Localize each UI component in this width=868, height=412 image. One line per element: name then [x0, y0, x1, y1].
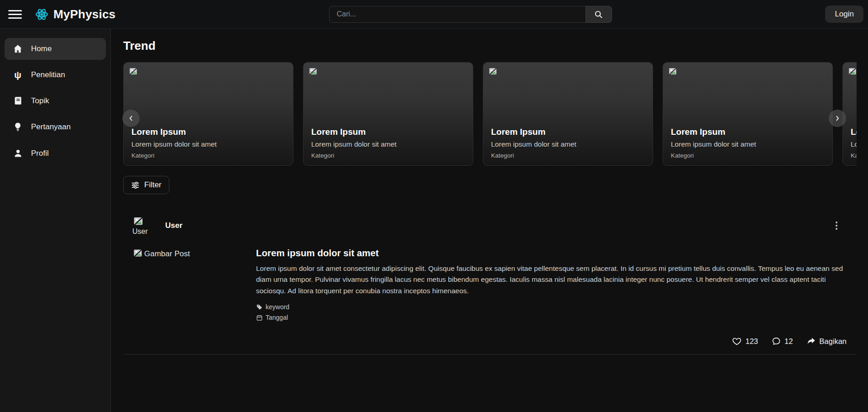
login-button[interactable]: Login: [825, 5, 863, 23]
share-button[interactable]: Bagikan: [806, 337, 847, 346]
calendar-icon: [256, 314, 263, 321]
lightbulb-icon: [12, 122, 24, 132]
sidebar-item-home[interactable]: Home: [5, 38, 106, 60]
share-icon: [806, 337, 816, 345]
avatar[interactable]: User: [132, 215, 156, 236]
date-label: Tanggal: [266, 314, 288, 321]
sliders-icon: [131, 181, 140, 190]
post-keyword[interactable]: keyword: [256, 303, 847, 311]
card-category: Kategori: [131, 152, 285, 159]
keyword-label: keyword: [266, 303, 289, 311]
search-button[interactable]: [586, 6, 612, 23]
post: User User Gambar Post Lorem ipsum dolor …: [123, 215, 857, 354]
card-title: Lorem Ipsum: [131, 127, 285, 137]
card-subtitle: Lorem ipsum dolor sit amet: [131, 140, 285, 148]
broken-image-icon: [132, 248, 143, 259]
atom-logo-icon: [35, 7, 49, 21]
card-title: Lorem Ipsum: [671, 127, 825, 137]
broken-image-icon: [668, 66, 678, 78]
post-header: User User: [132, 215, 857, 236]
trend-card[interactable]: Lorem Ipsum Lorem ipsum dolor sit amet K…: [303, 62, 473, 166]
brand[interactable]: MyPhysics: [35, 7, 115, 21]
share-label: Bagikan: [819, 337, 847, 346]
comment-button[interactable]: 12: [772, 337, 793, 346]
broken-image-icon: [132, 215, 156, 227]
broken-image-icon: [847, 66, 857, 78]
sidebar-item-label: Topik: [31, 96, 49, 106]
search-form: [329, 6, 612, 23]
comment-icon: [772, 337, 781, 346]
card-subtitle: Lorem ipsum dolor sit amet: [851, 140, 857, 148]
carousel-prev-button[interactable]: [122, 110, 140, 127]
trend-card[interactable]: Lorem Ipsum Lorem ipsum dolor sit amet K…: [123, 62, 293, 166]
sidebar-item-label: Penelitian: [31, 70, 65, 79]
like-button[interactable]: 123: [732, 337, 758, 346]
post-date: Tanggal: [256, 314, 847, 321]
post-body: Lorem ipsum dolor sit amet consectetur a…: [256, 263, 847, 296]
carousel-next-button[interactable]: [829, 110, 846, 127]
like-count: 123: [745, 337, 758, 346]
sidebar-item-label: Home: [31, 44, 52, 53]
kebab-menu-icon[interactable]: [834, 220, 839, 232]
tag-icon: [256, 304, 263, 311]
trend-card[interactable]: Lorem Ipsum Lorem ipsum dolor sit amet K…: [483, 62, 653, 166]
brand-name: MyPhysics: [53, 7, 115, 21]
card-title: Lorem Ipsum: [491, 127, 645, 137]
post-title: Lorem ipsum dolor sit amet: [256, 248, 847, 259]
card-subtitle: Lorem ipsum dolor sit amet: [671, 140, 825, 148]
heart-icon: [732, 337, 742, 346]
comment-count: 12: [784, 337, 793, 346]
broken-image-icon: [308, 66, 318, 78]
hamburger-menu-icon[interactable]: [8, 8, 22, 21]
top-navbar: MyPhysics Login: [0, 0, 868, 29]
carousel-track: Lorem Ipsum Lorem ipsum dolor sit amet K…: [123, 62, 857, 166]
post-image-alt-text: Gambar Post: [144, 249, 190, 259]
card-category: Kategori: [491, 152, 645, 159]
book-icon: [12, 96, 24, 106]
sidebar-item-profil[interactable]: Profil: [5, 143, 106, 164]
main-content: Trend: [111, 29, 868, 412]
trend-carousel: Lorem Ipsum Lorem ipsum dolor sit amet K…: [123, 62, 857, 166]
post-image: Gambar Post: [132, 248, 256, 321]
card-subtitle: Lorem ipsum dolor sit amet: [491, 140, 645, 148]
broken-image-icon: [488, 66, 498, 78]
trend-card[interactable]: Lorem Ipsum Lorem ipsum dolor sit amet K…: [663, 62, 833, 166]
post-text: Lorem ipsum dolor sit amet Lorem ipsum d…: [256, 248, 857, 321]
sidebar: Home ψ Penelitian Topik: [0, 29, 111, 412]
card-title: Lorem Ipsum: [311, 127, 465, 137]
sidebar-item-label: Profil: [31, 149, 49, 158]
psi-icon: ψ: [12, 70, 24, 79]
card-category: Kategori: [671, 152, 825, 159]
post-author: User: [165, 221, 183, 230]
filter-label: Filter: [144, 180, 162, 190]
search-icon: [594, 10, 603, 19]
post-actions: 123 12 Bagikan: [132, 337, 847, 346]
page-title: Trend: [123, 39, 857, 53]
sidebar-item-penelitian[interactable]: ψ Penelitian: [5, 64, 106, 85]
avatar-alt-text: User: [132, 227, 156, 236]
sidebar-item-pertanyaan[interactable]: Pertanyaan: [5, 116, 106, 138]
card-title: Lorem Ipsum: [851, 127, 857, 137]
filter-button[interactable]: Filter: [123, 176, 169, 194]
post-content: Gambar Post Lorem ipsum dolor sit amet L…: [132, 248, 857, 321]
sidebar-item-label: Pertanyaan: [31, 122, 71, 132]
card-category: Kategori: [851, 152, 857, 159]
chevron-right-icon: [834, 115, 841, 121]
person-icon: [12, 148, 24, 158]
home-icon: [12, 44, 24, 54]
sidebar-item-topik[interactable]: Topik: [5, 90, 106, 111]
card-category: Kategori: [311, 152, 465, 159]
chevron-left-icon: [128, 115, 134, 121]
broken-image-icon: [128, 66, 138, 78]
card-subtitle: Lorem ipsum dolor sit amet: [311, 140, 465, 148]
search-input[interactable]: [329, 6, 586, 23]
